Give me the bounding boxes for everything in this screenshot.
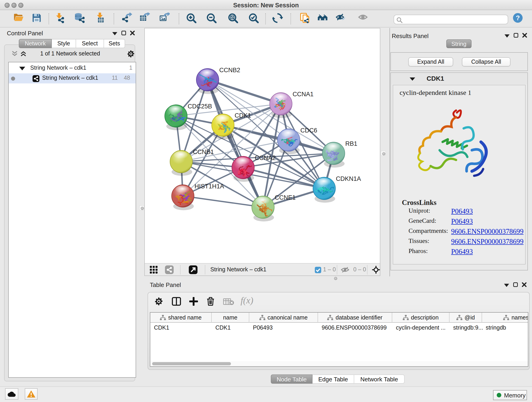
warning-button[interactable] [25, 388, 38, 400]
table-close-icon[interactable] [522, 282, 526, 287]
help-icon[interactable]: ? [513, 12, 523, 25]
cloud-button[interactable] [5, 388, 18, 400]
control-tab-style[interactable]: Style [52, 39, 76, 48]
results-maximize-icon[interactable] [514, 33, 518, 38]
control-tab-network[interactable]: Network [19, 39, 52, 48]
crosslink-link-compartments[interactable]: 9606.ENSP00000378699 [451, 227, 524, 236]
search-input[interactable] [404, 16, 505, 23]
table-maximize-icon[interactable] [513, 282, 518, 287]
column-header--id[interactable]: @id [450, 313, 482, 323]
node-CCNE1[interactable] [252, 196, 274, 221]
open-in-new-icon[interactable] [189, 265, 197, 274]
node-HIST1H1A[interactable] [172, 185, 195, 210]
show-all-icon[interactable] [358, 12, 369, 25]
crosshair-icon[interactable] [372, 266, 380, 274]
tab-string[interactable]: String [446, 39, 472, 48]
table-cell[interactable]: stringdb:9... [450, 323, 482, 333]
column-header-shared-name[interactable]: shared name [150, 313, 212, 323]
panel-float-icon[interactable] [112, 31, 117, 35]
import-table-icon[interactable] [95, 12, 106, 25]
network-view-panel[interactable]: CCNB2CCNA1CDC25BCDK1CDC6RB1CCNB1CCNA2CDK… [144, 28, 380, 276]
table-float-icon[interactable] [504, 283, 509, 287]
tab-edge-table[interactable]: Edge Table [312, 375, 354, 384]
hide-selected-icon[interactable] [336, 12, 346, 25]
table-cell[interactable]: CDK1 [212, 323, 249, 333]
add-column-icon[interactable] [189, 297, 198, 306]
export-network-icon[interactable] [122, 12, 132, 25]
column-header-canonical-name[interactable]: canonical name [249, 313, 318, 323]
birdseye-grid-icon[interactable] [150, 266, 158, 274]
left-splitter-handle[interactable] [139, 205, 144, 211]
export-table-icon[interactable] [139, 12, 150, 25]
selected-checkbox-icon[interactable] [315, 267, 321, 273]
delete-table-icon[interactable] [223, 298, 234, 305]
refresh-icon[interactable] [272, 12, 283, 25]
zoom-selected-icon[interactable] [248, 12, 259, 25]
export-image-icon[interactable] [159, 12, 170, 25]
expand-all-button[interactable]: Expand All [408, 57, 453, 66]
table-cell[interactable]: CDK1 [150, 323, 212, 333]
import-network-database-icon[interactable] [74, 12, 85, 25]
crosslink-link-genecard[interactable]: P06493 [451, 217, 473, 225]
share-network-icon[interactable] [165, 265, 174, 274]
save-session-icon[interactable] [32, 12, 42, 25]
open-session-icon[interactable] [13, 12, 24, 25]
column-header-namespace[interactable]: namespace [482, 313, 528, 323]
memory-button[interactable]: Memory [493, 390, 527, 400]
tab-node-table[interactable]: Node Table [271, 375, 312, 384]
node-CDKN1A[interactable] [313, 177, 336, 203]
node-CDC25B[interactable] [165, 105, 187, 130]
hidden-eye-icon[interactable] [341, 266, 350, 273]
column-header-description[interactable]: description [392, 313, 450, 323]
node-CCNB1[interactable] [170, 150, 192, 176]
panel-maximize-icon[interactable] [121, 31, 126, 35]
control-tab-sets[interactable]: Sets [104, 39, 125, 48]
tree-expander-icon[interactable] [19, 66, 25, 70]
zoom-fit-icon[interactable] [228, 12, 238, 25]
node-CCNB2[interactable] [196, 69, 219, 94]
warning-icon [27, 390, 36, 398]
split-columns-icon[interactable] [172, 297, 181, 306]
bottom-splitter-handle[interactable] [334, 277, 337, 280]
tree-row-network[interactable]: String Network – cdk1 11 48 [9, 73, 136, 83]
edge-CCNB2-CCNA1[interactable] [208, 80, 281, 104]
collapse-section-icon[interactable] [410, 77, 415, 81]
zoom-in-icon[interactable] [186, 12, 196, 25]
edge-HIST1H1A-CCNE1[interactable] [183, 196, 263, 207]
table-cell[interactable]: stringdb [482, 323, 528, 333]
crosslink-link-pharos[interactable]: P06493 [451, 248, 473, 256]
first-neighbors-icon[interactable] [317, 12, 328, 25]
node-CCNA2[interactable] [232, 156, 254, 182]
tab-network-table[interactable]: Network Table [354, 375, 405, 384]
table-settings-gear-icon[interactable] [154, 297, 163, 306]
right-splitter-handle[interactable] [381, 151, 386, 156]
table-cell[interactable]: 9606.ENSP00000378699 [318, 323, 392, 333]
table-cell[interactable]: cyclin-dependent ... [392, 323, 450, 333]
panel-close-icon[interactable] [130, 31, 135, 35]
results-float-icon[interactable] [505, 33, 510, 37]
crosslink-link-uniprot[interactable]: P06493 [451, 207, 473, 216]
gene-section-header[interactable]: CDK1 [391, 73, 527, 84]
delete-column-icon[interactable] [207, 297, 215, 306]
results-close-icon[interactable] [522, 33, 527, 38]
node-CCNA1[interactable] [270, 93, 292, 118]
tree-row-collection[interactable]: String Network – cdk1 1 [9, 63, 136, 73]
zoom-out-icon[interactable] [206, 12, 216, 25]
results-buttons-box: Expand All Collapse All [390, 52, 528, 71]
table-cell[interactable]: P06493 [249, 323, 318, 333]
table-horizontal-scrollbar[interactable] [151, 361, 528, 366]
node-CDC6[interactable] [278, 129, 300, 154]
gear-icon[interactable] [127, 50, 135, 58]
column-header-name[interactable]: name [212, 313, 249, 323]
import-network-icon[interactable] [54, 12, 65, 25]
network-canvas[interactable]: CCNB2CCNA1CDC25BCDK1CDC6RB1CCNB1CCNA2CDK… [145, 28, 380, 263]
control-tab-select[interactable]: Select [76, 39, 104, 48]
node-CDK1[interactable] [212, 114, 234, 139]
column-header-database-identifier[interactable]: database identifier [318, 313, 392, 323]
collapse-all-button[interactable]: Collapse All [462, 57, 510, 66]
function-builder-icon[interactable]: f(x) [241, 295, 253, 306]
node-RB1[interactable] [322, 142, 345, 167]
table-row[interactable]: CDK1CDK1P064939606.ENSP00000378699cyclin… [150, 323, 528, 333]
crosslink-link-tissues[interactable]: 9606.ENSP00000378699 [451, 237, 524, 246]
copy-style-icon[interactable] [300, 12, 310, 25]
